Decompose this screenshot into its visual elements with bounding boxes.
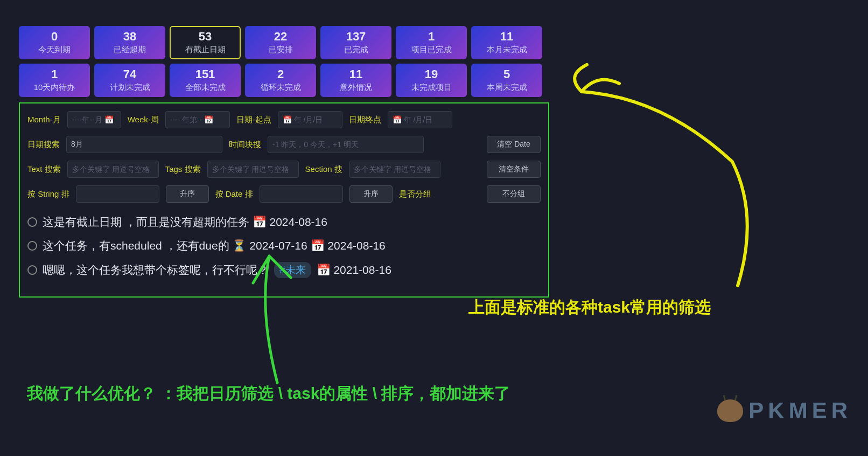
clear-conditions-button[interactable]: 清空条件	[487, 161, 541, 178]
brand-text: PKMER	[748, 398, 852, 424]
stat-card-6[interactable]: 5本周未完成	[471, 64, 542, 97]
stat-card-2[interactable]: 53有截止日期	[170, 26, 241, 59]
task-checkbox-icon[interactable]	[27, 217, 37, 227]
stat-label: 意外情况	[340, 82, 372, 93]
task-item[interactable]: 嗯嗯，这个任务我想带个标签呢，行不行呢？ #未来 📅 2021-08-16	[27, 262, 541, 278]
stat-number: 5	[503, 68, 510, 80]
stat-card-3[interactable]: 22已安排	[245, 26, 316, 59]
stat-number: 53	[199, 31, 212, 43]
task-item[interactable]: 这个任务，有scheduled ，还有due的 ⏳ 2024-07-16 📅 2…	[27, 238, 541, 253]
stat-card-0[interactable]: 110天内待办	[19, 64, 90, 97]
stat-card-5[interactable]: 1项目已完成	[396, 26, 467, 59]
stat-number: 11	[500, 31, 513, 43]
no-group-button[interactable]: 不分组	[487, 185, 541, 203]
section-search-input[interactable]	[349, 161, 440, 178]
stat-number: 2	[277, 68, 284, 80]
task-text: 嗯嗯，这个任务我想带个标签呢，行不行呢？	[43, 262, 269, 278]
stat-label: 未完成项目	[411, 82, 452, 93]
stat-label: 今天到期	[38, 45, 71, 55]
clear-date-button[interactable]: 清空 Date	[487, 136, 541, 153]
tag-chip[interactable]: #未来	[274, 262, 311, 278]
month-input[interactable]	[67, 111, 121, 128]
stat-label: 有截止日期	[185, 45, 226, 55]
date-start-label: 日期-起点	[236, 115, 271, 125]
task-checkbox-icon[interactable]	[27, 241, 37, 251]
task-text: 这是有截止日期 ，而且是没有超期的任务 📅 2024-08-16	[43, 215, 327, 230]
stat-label: 已安排	[269, 45, 293, 55]
text-search-input[interactable]	[67, 161, 159, 178]
stat-number: 22	[274, 31, 287, 43]
task-text: 这个任务，有scheduled ，还有due的 ⏳ 2024-07-16 📅 2…	[43, 238, 386, 253]
annotation-arrow-yellow-icon	[555, 54, 770, 296]
stat-card-1[interactable]: 38已经超期	[94, 26, 165, 59]
stat-label: 计划未完成	[110, 82, 150, 93]
stat-label: 项目已完成	[411, 45, 452, 55]
tags-search-label: Tags 搜索	[165, 164, 201, 175]
stat-card-1[interactable]: 74计划未完成	[94, 64, 165, 97]
stat-cards-row-1: 0今天到期38已经超期53有截止日期22已安排137已完成1项目已完成11本月未…	[19, 26, 549, 59]
stat-number: 74	[123, 68, 136, 80]
stat-label: 10天内待办	[34, 82, 75, 93]
sort-date-label: 按 Date 排	[215, 189, 253, 199]
date-end-input[interactable]	[388, 111, 452, 128]
annotation-text-top: 上面是标准的各种task常用的筛选	[468, 296, 711, 319]
stat-card-0[interactable]: 0今天到期	[19, 26, 90, 59]
filter-panel: Month-月 Week-周 日期-起点 日期终点 日期搜索 时间块搜 清空 D…	[19, 102, 549, 298]
text-search-label: Text 搜索	[27, 164, 61, 175]
annotation-text-bottom: 我做了什么优化？ ：我把日历筛选 \ task的属性 \ 排序，都加进来了	[27, 383, 510, 405]
stat-number: 1	[51, 68, 58, 80]
stat-number: 137	[346, 31, 366, 43]
brand-egg-icon	[717, 399, 743, 422]
stat-label: 本周未完成	[487, 82, 527, 93]
stat-label: 已完成	[344, 45, 368, 55]
stat-number: 1	[428, 31, 435, 43]
date-start-input[interactable]	[278, 111, 342, 128]
tags-search-input[interactable]	[207, 161, 299, 178]
brand-watermark: PKMER	[717, 398, 852, 424]
task-checkbox-icon[interactable]	[27, 265, 37, 275]
stat-number: 19	[425, 68, 438, 80]
sort-string-asc-button[interactable]: 升序	[166, 185, 209, 203]
group-label: 是否分组	[399, 189, 431, 199]
date-search-label: 日期搜索	[27, 140, 60, 150]
sort-string-label: 按 String 排	[27, 189, 69, 199]
task-text: 📅 2021-08-16	[317, 264, 391, 277]
stat-number: 11	[349, 68, 362, 80]
sort-date-asc-button[interactable]: 升序	[349, 185, 393, 203]
section-search-label: Section 搜	[305, 164, 342, 175]
stat-cards-row-2: 110天内待办74计划未完成151全部未完成2循环未完成11意外情况19未完成项…	[19, 64, 549, 97]
stat-card-2[interactable]: 151全部未完成	[170, 64, 241, 97]
stat-number: 38	[123, 31, 136, 43]
sort-date-input[interactable]	[260, 185, 343, 203]
sort-string-input[interactable]	[76, 185, 159, 203]
stat-number: 0	[51, 31, 58, 43]
task-list: 这是有截止日期 ，而且是没有超期的任务 📅 2024-08-16 这个任务，有s…	[27, 215, 541, 278]
stat-card-5[interactable]: 19未完成项目	[396, 64, 467, 97]
stat-card-4[interactable]: 137已完成	[320, 26, 391, 59]
time-block-label: 时间块搜	[229, 140, 261, 150]
date-end-label: 日期终点	[349, 115, 381, 125]
stat-card-3[interactable]: 2循环未完成	[245, 64, 316, 97]
week-input[interactable]	[165, 111, 230, 128]
stat-label: 本月未完成	[487, 45, 527, 55]
time-block-input[interactable]	[268, 136, 424, 153]
stat-label: 全部未完成	[185, 82, 226, 93]
stat-label: 循环未完成	[261, 82, 301, 93]
stat-card-6[interactable]: 11本月未完成	[471, 26, 542, 59]
stat-label: 已经超期	[114, 45, 146, 55]
stat-card-4[interactable]: 11意外情况	[320, 64, 391, 97]
month-label: Month-月	[27, 115, 61, 125]
week-label: Week-周	[128, 115, 159, 125]
stat-number: 151	[195, 68, 215, 80]
date-search-input[interactable]	[66, 136, 222, 153]
task-item[interactable]: 这是有截止日期 ，而且是没有超期的任务 📅 2024-08-16	[27, 215, 541, 230]
